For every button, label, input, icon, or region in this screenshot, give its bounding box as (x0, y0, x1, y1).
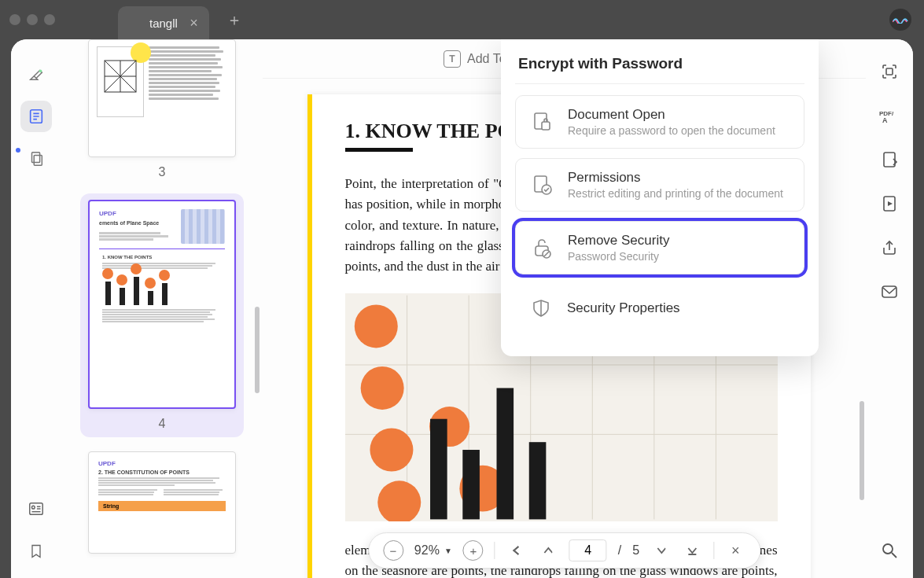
page-number-label: 4 (159, 417, 166, 431)
thumb-tag: String (98, 501, 226, 511)
page-number-label: 3 (159, 165, 166, 179)
security-properties-option[interactable]: Security Properties (515, 284, 804, 333)
svg-rect-52 (882, 286, 896, 297)
popover-title: Encrypt with Password (515, 55, 804, 72)
window-controls (9, 14, 55, 25)
svg-text:A: A (882, 116, 888, 123)
window-titlebar: tangll × ＋ (0, 0, 924, 39)
bookmark-tool-button[interactable] (20, 536, 52, 567)
heading-underline (345, 148, 413, 152)
encrypt-popover: Encrypt with Password Document Open Requ… (501, 39, 819, 356)
pages-tool-button[interactable] (20, 143, 52, 175)
first-page-button[interactable] (506, 540, 527, 561)
thumbnails-panel[interactable]: 3 UPDF ements of Plane Space (61, 39, 263, 578)
lock-document-icon (528, 109, 555, 135)
thumbnail-page-3[interactable]: 3 (80, 39, 244, 179)
chevron-down-icon: ▼ (444, 547, 452, 555)
zoom-out-button[interactable]: − (383, 540, 403, 561)
svg-rect-6 (34, 155, 42, 165)
main-scrollbar[interactable] (860, 401, 864, 500)
close-window-button[interactable] (9, 14, 20, 25)
maximize-window-button[interactable] (44, 14, 55, 25)
svg-point-8 (32, 506, 35, 509)
main-area: T Add Text 1. KNOW THE POINTS Point, the… (263, 39, 866, 578)
option-title: Security Properties (567, 300, 792, 316)
zoom-value: 92% (414, 543, 440, 558)
unlock-icon (528, 234, 555, 261)
app-frame: 3 UPDF ements of Plane Space (11, 39, 913, 578)
svg-rect-32 (430, 418, 447, 519)
thumbnail-page-4[interactable]: UPDF ements of Plane Space 1. KNOW THE P… (80, 193, 244, 437)
svg-rect-7 (30, 503, 43, 515)
pdfa-button[interactable]: PDF/A (879, 105, 900, 126)
shield-icon (528, 295, 554, 322)
right-sidebar: PDF/A (866, 39, 913, 578)
thumbnails-panel-button[interactable] (20, 101, 52, 132)
crop-button[interactable] (879, 149, 900, 170)
thumb-logo: UPDF (98, 460, 226, 467)
document-tab[interactable]: tangll × (118, 6, 209, 39)
svg-point-26 (354, 304, 397, 348)
highlighter-tool-button[interactable] (20, 58, 52, 90)
left-sidebar (11, 39, 61, 578)
app-logo (889, 9, 911, 31)
divider (515, 83, 804, 84)
zoom-dropdown[interactable]: 92% ▼ (414, 543, 452, 558)
page-number-input[interactable] (569, 539, 607, 561)
svg-point-28 (370, 428, 413, 471)
close-bar-button[interactable]: × (725, 540, 745, 561)
option-subtitle: Restrict editing and printing of the doc… (568, 187, 791, 200)
svg-rect-38 (542, 122, 550, 130)
active-indicator (16, 148, 20, 153)
minimize-window-button[interactable] (27, 14, 38, 25)
svg-marker-50 (888, 201, 893, 206)
last-page-button[interactable] (682, 540, 702, 561)
svg-rect-45 (886, 68, 893, 75)
permissions-option[interactable]: Permissions Restrict editing and printin… (515, 158, 804, 212)
search-button[interactable] (879, 540, 900, 561)
remove-security-option[interactable]: Remove Security Password Security (515, 221, 804, 274)
svg-point-53 (883, 544, 893, 554)
text-icon: T (444, 50, 461, 68)
next-page-button[interactable] (650, 540, 671, 561)
total-pages: 5 (632, 543, 639, 558)
share-button[interactable] (879, 237, 900, 258)
thumb-logo: UPDF (99, 209, 176, 218)
thumb-heading: ements of Plane Space (99, 219, 176, 227)
svg-rect-35 (528, 442, 546, 519)
ocr-button[interactable] (879, 61, 900, 82)
separator (495, 542, 495, 559)
svg-rect-5 (32, 153, 40, 163)
option-subtitle: Password Security (568, 250, 791, 263)
svg-line-54 (892, 553, 896, 558)
thumb-section-title: 1. KNOW THE POINTS (102, 254, 222, 260)
document-open-option[interactable]: Document Open Require a password to open… (515, 95, 804, 149)
mail-button[interactable] (879, 282, 900, 302)
form-tool-button[interactable] (20, 493, 52, 525)
thumbnails-scrollbar[interactable] (255, 307, 260, 393)
permissions-icon (528, 171, 555, 198)
zoom-in-button[interactable]: + (463, 540, 484, 561)
option-title: Remove Security (568, 233, 791, 249)
prev-page-button[interactable] (538, 540, 558, 561)
new-tab-button[interactable]: ＋ (226, 9, 242, 31)
option-title: Document Open (568, 107, 791, 123)
thumbnail-page-5[interactable]: UPDF 2. THE CONSTITUTION OF POINTS Strin… (80, 451, 244, 554)
tab-title: tangll (149, 17, 178, 30)
close-tab-button[interactable]: × (190, 15, 198, 31)
slideshow-button[interactable] (879, 193, 900, 214)
option-title: Permissions (568, 170, 791, 186)
page-controls-bar: − 92% ▼ + / 5 × (368, 532, 760, 569)
svg-rect-34 (496, 388, 514, 519)
svg-point-27 (360, 366, 403, 410)
svg-point-0 (39, 70, 42, 73)
option-subtitle: Require a password to open the document (568, 124, 791, 137)
separator (713, 542, 714, 559)
svg-rect-33 (462, 450, 480, 519)
page-separator: / (618, 543, 621, 558)
